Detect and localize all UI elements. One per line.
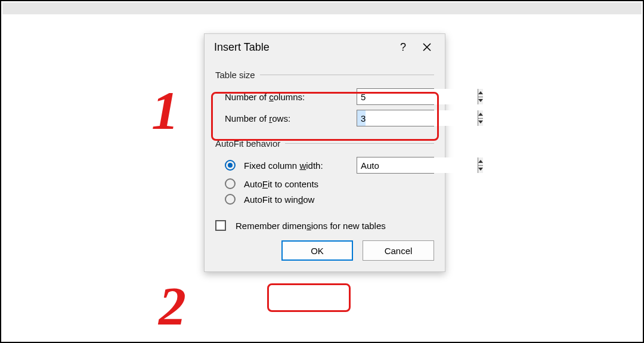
- callout-1: 1: [151, 79, 179, 142]
- titlebar: Insert Table ?: [205, 34, 445, 60]
- autofit-contents-radio[interactable]: [225, 178, 236, 189]
- autofit-window-row[interactable]: AutoFit to window: [215, 191, 434, 207]
- rows-label: Number of rows:: [225, 113, 352, 123]
- fixed-width-row[interactable]: Fixed column width:: [215, 154, 434, 176]
- autofit-contents-label: AutoFit to contents: [244, 179, 434, 189]
- rows-up-icon[interactable]: [478, 110, 483, 119]
- columns-label: Number of columns:: [225, 92, 352, 102]
- autofit-window-label: AutoFit to window: [244, 194, 434, 205]
- highlight-box-2: [267, 283, 351, 312]
- remember-checkbox[interactable]: [215, 220, 226, 231]
- dialog-title: Insert Table: [214, 41, 391, 54]
- close-icon[interactable]: [415, 35, 439, 59]
- help-icon[interactable]: ?: [391, 35, 415, 59]
- cancel-button[interactable]: Cancel: [363, 240, 434, 261]
- columns-down-icon[interactable]: [478, 97, 483, 105]
- rows-spinner[interactable]: [357, 110, 434, 126]
- fixed-width-label: Fixed column width:: [244, 160, 352, 171]
- insert-table-dialog: Insert Table ? Table size Number of colu…: [204, 33, 445, 272]
- rows-input[interactable]: [357, 110, 478, 126]
- fixed-width-input[interactable]: [357, 157, 478, 173]
- fixed-down-icon[interactable]: [478, 166, 483, 174]
- columns-up-icon[interactable]: [478, 89, 483, 97]
- columns-spinner[interactable]: [357, 88, 434, 105]
- autofit-contents-row[interactable]: AutoFit to contents: [215, 176, 434, 191]
- autofit-group-label: AutoFit behavior: [215, 138, 434, 149]
- rows-down-icon[interactable]: [478, 119, 483, 126]
- remember-label: Remember dimensions for new tables: [236, 221, 434, 231]
- columns-row: Number of columns:: [215, 86, 434, 107]
- rows-row: Number of rows:: [215, 107, 434, 129]
- fixed-width-radio[interactable]: [225, 160, 236, 171]
- columns-input[interactable]: [357, 89, 478, 104]
- fixed-width-spinner[interactable]: [357, 157, 434, 174]
- autofit-window-radio[interactable]: [225, 194, 236, 205]
- remember-row[interactable]: Remember dimensions for new tables: [215, 218, 434, 233]
- table-size-group-label: Table size: [215, 70, 434, 80]
- ok-button[interactable]: OK: [281, 240, 353, 261]
- callout-2: 2: [159, 274, 186, 338]
- fixed-up-icon[interactable]: [478, 157, 483, 166]
